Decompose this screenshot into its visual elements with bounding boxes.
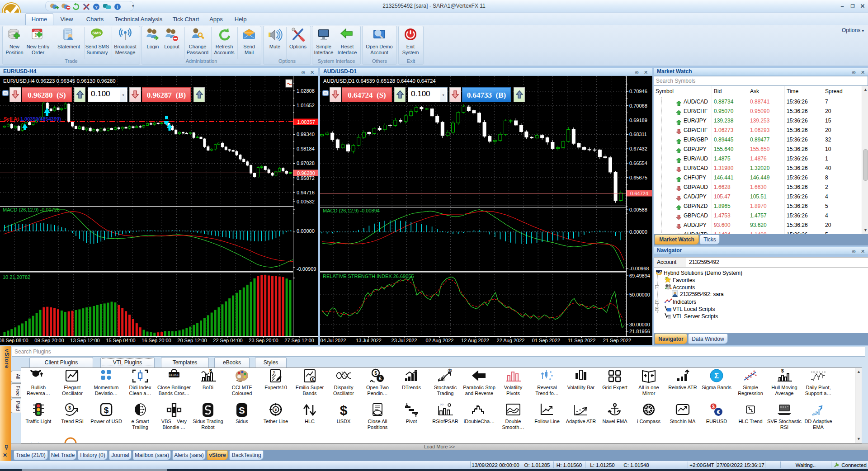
svg-text:0.00000: 0.00000 <box>297 228 315 234</box>
svg-text:0.00532: 0.00532 <box>297 199 315 204</box>
svg-text:23 Sep 20:00: 23 Sep 20:00 <box>249 338 278 343</box>
svg-text:10 21,20782: 10 21,20782 <box>3 274 30 280</box>
svg-text:€: € <box>717 409 720 415</box>
svg-text:Σ: Σ <box>714 372 719 380</box>
svg-text:MACD (26,12,9) -0.00726: MACD (26,12,9) -0.00726 <box>3 207 60 212</box>
svg-text:○○: ○○ <box>440 403 443 406</box>
svg-text:02 Aug 2022: 02 Aug 2022 <box>426 338 454 343</box>
svg-text:0.99340: 0.99340 <box>297 132 315 137</box>
svg-text:0.70068: 0.70068 <box>629 103 647 108</box>
svg-text:20 Sep 12:00: 20 Sep 12:00 <box>177 338 207 343</box>
svg-text:0.95872: 0.95872 <box>297 175 315 181</box>
svg-text:0.98184: 0.98184 <box>297 146 315 151</box>
svg-text:1.00357: 1.00357 <box>297 119 315 125</box>
svg-text:₮: ₮ <box>274 408 277 412</box>
svg-text:?: ? <box>95 5 98 9</box>
svg-text:$: $ <box>340 403 348 418</box>
svg-text:MACD (26,12,9) -0.00894: MACD (26,12,9) -0.00894 <box>323 208 380 213</box>
svg-text:30.00000: 30.00000 <box>629 322 650 327</box>
svg-text:S: S <box>239 405 245 415</box>
svg-text:01 Sep 2022: 01 Sep 2022 <box>532 338 560 343</box>
svg-text:0.00000: 0.00000 <box>629 229 647 235</box>
svg-text:0.64724: 0.64724 <box>630 191 648 196</box>
svg-text:0.69189: 0.69189 <box>629 118 647 123</box>
svg-text:0.96280: 0.96280 <box>297 170 315 176</box>
svg-text:50.00000: 50.00000 <box>629 292 650 297</box>
svg-text:13 Jul 2022: 13 Jul 2022 <box>356 338 382 343</box>
svg-text:27 Sep 12:00: 27 Sep 12:00 <box>284 338 314 343</box>
svg-text:AUD/USD,D1 0.64539 0.65128: AUD/USD,D1 0.64539 0.65128 0.64440 0.647… <box>323 78 436 84</box>
svg-text:0.97028: 0.97028 <box>297 160 315 166</box>
svg-text:0.66554: 0.66554 <box>629 160 647 166</box>
svg-text:1.01652: 1.01652 <box>297 103 315 108</box>
svg-text:$: $ <box>311 377 314 382</box>
svg-text:EUR/USD,H4 0.96223 0.96345: EUR/USD,H4 0.96223 0.96345 0.96130 0.962… <box>3 78 116 84</box>
svg-text:-0.00909: -0.00909 <box>297 266 316 272</box>
svg-text:08 Sep 08:00: 08 Sep 08:00 <box>0 338 28 343</box>
svg-text:Sell At 1.00359(4854399): Sell At 1.00359(4854399) <box>4 116 61 122</box>
svg-text:$: $ <box>104 405 109 415</box>
svg-text:69.49894: 69.49894 <box>629 273 650 278</box>
svg-text:09 Sep 20:00: 09 Sep 20:00 <box>34 338 64 343</box>
svg-text:15 Sep 04:00: 15 Sep 04:00 <box>106 338 135 343</box>
svg-text:0.65675: 0.65675 <box>629 175 647 180</box>
svg-text:-0.00968: -0.00968 <box>629 266 649 271</box>
svg-text:$: $ <box>781 368 784 373</box>
svg-text:$: $ <box>374 371 377 376</box>
svg-text:23 Jul 2022: 23 Jul 2022 <box>392 338 417 343</box>
svg-text:RELATIVE STRENGTH INDEX 26.69: RELATIVE STRENGTH INDEX 26.69055 <box>323 273 414 279</box>
svg-text:04 Jul 2022: 04 Jul 2022 <box>321 338 346 343</box>
svg-text:1.02808: 1.02808 <box>297 88 315 94</box>
svg-text:$: $ <box>712 404 715 409</box>
svg-text:12 Aug 2022: 12 Aug 2022 <box>461 338 489 343</box>
svg-text:0.70946: 0.70946 <box>629 89 647 94</box>
svg-text:SMS: SMS <box>92 31 101 35</box>
svg-text:0.94716: 0.94716 <box>297 190 315 195</box>
svg-text:0.67432: 0.67432 <box>629 146 647 151</box>
svg-text:16 Sep 20:00: 16 Sep 20:00 <box>142 338 171 343</box>
svg-text:21.81956: 21.81956 <box>629 329 650 334</box>
svg-text:22 Sep 04:00: 22 Sep 04:00 <box>213 338 242 343</box>
svg-text:0.68311: 0.68311 <box>629 132 647 137</box>
svg-text:CLOSE: CLOSE <box>169 373 179 377</box>
svg-text:13 Sep 12:00: 13 Sep 12:00 <box>70 338 99 343</box>
svg-text:11 Sep 2022: 11 Sep 2022 <box>568 338 596 343</box>
svg-text:$: $ <box>273 370 275 374</box>
svg-text:0.00588: 0.00588 <box>629 207 647 212</box>
svg-text:i: i <box>117 5 118 9</box>
svg-text:21 Sep 2022: 21 Sep 2022 <box>603 338 631 343</box>
svg-text:$: $ <box>68 405 71 410</box>
svg-text:€: € <box>379 376 382 381</box>
svg-text:22 Aug 2022: 22 Aug 2022 <box>497 338 525 343</box>
